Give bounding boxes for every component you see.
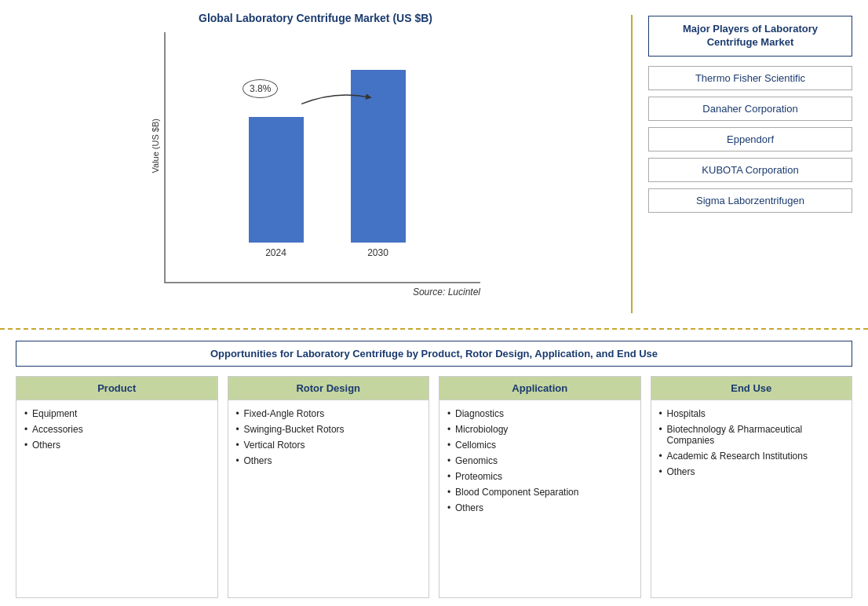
col-rotor-item-1: Swinging-Bucket Rotors <box>238 424 420 435</box>
col-rotor-header: Rotor Design <box>228 377 429 400</box>
col-enduse-item-1: Biotechnology & Pharmaceutical Companies <box>661 424 843 446</box>
col-rotor: Rotor Design Fixed-Angle Rotors Swinging… <box>228 376 430 598</box>
bar-2024-rect <box>249 117 304 243</box>
col-application-item-2: Cellomics <box>449 440 631 451</box>
col-product: Product Equipment Accessories Others <box>16 376 218 598</box>
col-product-body: Equipment Accessories Others <box>16 400 217 597</box>
bar-2030-label: 2030 <box>367 247 388 258</box>
cagr-bubble: 3.8% <box>243 79 278 98</box>
bar-2024-label: 2024 <box>265 247 286 258</box>
bottom-section: Opportunities for Laboratory Centrifuge … <box>0 330 868 606</box>
col-enduse-item-3: Others <box>661 466 843 477</box>
col-product-item-1: Accessories <box>26 424 208 435</box>
vertical-divider <box>631 15 633 313</box>
col-enduse-body: Hospitals Biotechnology & Pharmaceutical… <box>651 400 852 597</box>
player-item-1: Danaher Corporation <box>648 97 852 121</box>
y-axis-label: Value (US $B) <box>151 119 160 173</box>
player-item-3: KUBOTA Corporation <box>648 158 852 182</box>
player-item-4: Sigma Laborzentrifugen <box>648 188 852 213</box>
player-item-2: Eppendorf <box>648 127 852 152</box>
col-application-item-1: Microbiology <box>449 424 631 435</box>
col-product-item-0: Equipment <box>26 408 208 419</box>
col-application: Application Diagnostics Microbiology Cel… <box>439 376 641 598</box>
major-players-area: Major Players of Laboratory Centrifuge M… <box>640 8 852 320</box>
col-product-header: Product <box>16 377 217 400</box>
col-application-item-4: Proteomics <box>449 471 631 482</box>
major-players-title: Major Players of Laboratory Centrifuge M… <box>648 16 852 57</box>
col-application-item-5: Blood Component Separation <box>449 487 631 498</box>
col-rotor-item-0: Fixed-Angle Rotors <box>238 408 420 419</box>
col-enduse: End Use Hospitals Biotechnology & Pharma… <box>651 376 853 598</box>
col-rotor-item-2: Vertical Rotors <box>238 440 420 451</box>
col-rotor-item-3: Others <box>238 455 420 466</box>
opportunities-title: Opportunities for Laboratory Centrifuge … <box>16 341 852 367</box>
col-application-header: Application <box>439 377 640 400</box>
col-application-item-0: Diagnostics <box>449 408 631 419</box>
opportunities-grid: Product Equipment Accessories Others Rot… <box>16 376 852 598</box>
col-application-item-6: Others <box>449 502 631 513</box>
col-enduse-item-2: Academic & Research Institutions <box>661 451 843 462</box>
cagr-annotation: 3.8% <box>243 79 278 98</box>
col-enduse-header: End Use <box>651 377 852 400</box>
chart-area: Global Laboratory Centrifuge Market (US … <box>16 8 623 320</box>
chart-plot: 3.8% <box>164 32 480 283</box>
source-text: Source: Lucintel <box>151 287 480 298</box>
col-enduse-item-0: Hospitals <box>661 408 843 419</box>
chart-title: Global Laboratory Centrifuge Market (US … <box>199 12 432 24</box>
bars-container: 2024 2030 <box>164 32 480 283</box>
cagr-arrow-icon <box>296 87 374 111</box>
col-application-body: Diagnostics Microbiology Cellomics Genom… <box>439 400 640 597</box>
bar-2024: 2024 <box>249 117 304 258</box>
col-application-item-3: Genomics <box>449 455 631 466</box>
col-rotor-body: Fixed-Angle Rotors Swinging-Bucket Rotor… <box>228 400 429 597</box>
player-item-0: Thermo Fisher Scientific <box>648 66 852 90</box>
col-product-item-2: Others <box>26 440 208 451</box>
